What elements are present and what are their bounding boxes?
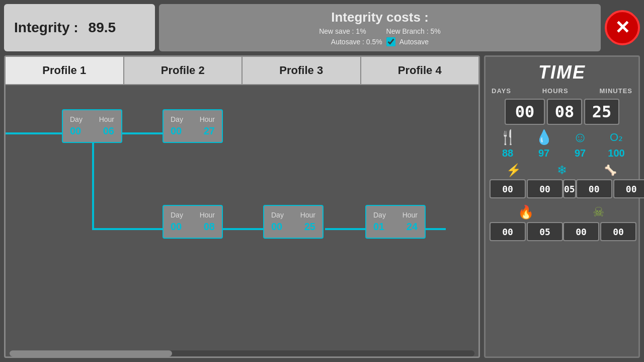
integrity-value: 89.5 [89,20,116,36]
skull-block1: 00 [563,222,599,241]
node2-day-label: Day [171,115,183,123]
danger-blocks-row: 00 05 00 00 [490,222,634,241]
costs-row: New save : 1% New Branch : 5% [319,27,441,35]
hours-block: 08 [547,99,582,125]
vital-stats-section: 🍴 💧 ☺ O₂ 88 97 97 100 [490,129,634,159]
node4-hour-label: Hour [300,211,315,219]
node3-hour-val: 08 [204,221,215,233]
fire-block1: 00 [490,222,526,241]
food-value: 88 [493,148,523,159]
connector-h6 [426,228,446,230]
fire-block2: 05 [527,222,563,241]
minutes-block: 25 [584,99,619,125]
right-panel: TIME DAYS HOURS MINUTES 00 08 25 🍴 💧 ☺ O… [484,55,640,358]
integrity-label: Integrity : [14,20,78,36]
bone-icon: 🦴 [595,164,625,176]
connector-h4 [223,228,263,230]
infection-icon: ❄ [547,163,577,177]
infection-block: 05 [563,179,576,198]
node4-hour-val: 25 [304,221,315,233]
scrollbar[interactable] [10,350,474,356]
node1-hour-label: Hour [99,115,114,123]
save-node-1[interactable]: Day Hour 00 06 [62,109,122,143]
node3-hour-label: Hour [200,211,215,219]
radiation-block2: 00 [527,179,563,198]
autosave-cost-label: Autosave : 0.5% [331,38,382,46]
autosave-label: Autosave [399,38,429,46]
save-node-3[interactable]: Day Hour 00 08 [163,205,223,239]
node4-day-label: Day [271,211,284,219]
node2-day-val: 00 [171,125,182,137]
node1-hour-val: 06 [103,125,114,137]
oxygen-icon: O₂ [601,131,631,144]
hours-label: HOURS [542,87,569,95]
profiles-tabs: Profile 1 Profile 2 Profile 3 Profile 4 [6,57,478,85]
node5-day-label: Day [373,211,386,219]
left-panel: Profile 1 Profile 2 Profile 3 Profile 4 [4,55,480,358]
tab-profile2[interactable]: Profile 2 [124,57,243,84]
radiation-block1: 00 [490,179,526,198]
time-display: 00 08 25 [490,99,634,125]
integrity-box: Integrity : 89.5 [4,4,155,51]
health-value: 97 [565,148,595,159]
node1-day-label: Day [70,115,83,123]
node3-day-label: Day [171,211,183,219]
radiation-icon: ⚡ [499,163,529,177]
danger-icons-row: 🔥 ☠ [490,204,634,220]
node5-hour-val: 24 [407,221,418,233]
connector-h3 [92,228,163,230]
water-value: 97 [529,148,559,159]
integrity-costs-box: Integrity costs : New save : 1% New Bran… [159,4,601,51]
node4-day-val: 00 [271,221,282,233]
save-node-2[interactable]: Day Hour 00 27 [163,109,223,143]
oxygen-value: 100 [601,148,631,159]
food-icon: 🍴 [493,129,523,146]
condition-icons-row: ⚡ ❄ 🦴 [490,163,634,177]
skull-block2: 00 [600,222,636,241]
days-block: 00 [505,99,545,125]
close-button[interactable]: ✕ [605,10,640,45]
save-node-5[interactable]: Day Hour 01 24 [365,205,426,239]
node5-hour-label: Hour [403,211,418,219]
costs-title: Integrity costs : [331,10,429,25]
time-labels: DAYS HOURS MINUTES [490,87,634,95]
minutes-label: MINUTES [599,87,632,95]
time-title: TIME [538,62,586,83]
new-branch-label: New Branch : 5% [386,27,441,35]
timeline-area: Day Hour 00 06 Day Hour 00 27 [6,85,478,350]
main-content: Profile 1 Profile 2 Profile 3 Profile 4 [0,55,644,362]
danger-stats-section: 🔥 ☠ 00 05 00 00 [490,204,634,241]
tab-profile3[interactable]: Profile 3 [243,57,361,84]
tab-profile1[interactable]: Profile 1 [6,57,124,84]
vital-values-row: 88 97 97 100 [490,148,634,159]
days-label: DAYS [492,87,511,95]
tab-profile4[interactable]: Profile 4 [361,57,479,84]
connector-h5 [325,228,365,230]
vital-icons-row: 🍴 💧 ☺ O₂ [490,129,634,146]
condition-blocks-row: 00 00 05 00 00 [490,179,634,198]
node1-day-val: 00 [70,125,81,137]
costs-row2: Autosave : 0.5% Autosave [331,37,429,46]
connector-v1 [92,132,94,228]
condition-stats-section: ⚡ ❄ 🦴 00 00 05 00 00 [490,163,634,198]
fire-icon: 🔥 [511,204,541,220]
health-icon: ☺ [565,129,595,146]
bone-block2: 00 [613,179,644,198]
node2-hour-label: Hour [200,115,215,123]
autosave-checkbox[interactable] [386,37,395,46]
top-bar: Integrity : 89.5 Integrity costs : New s… [0,0,644,55]
node2-hour-val: 27 [204,125,215,137]
node5-day-val: 01 [373,221,384,233]
bone-block1: 00 [576,179,612,198]
connector-left [6,132,62,134]
scrollbar-thumb [10,350,172,356]
water-icon: 💧 [529,129,559,146]
save-node-4[interactable]: Day Hour 00 25 [263,205,324,239]
new-save-label: New save : 1% [319,27,366,35]
skull-icon: ☠ [583,204,613,220]
node3-day-val: 00 [171,221,182,233]
